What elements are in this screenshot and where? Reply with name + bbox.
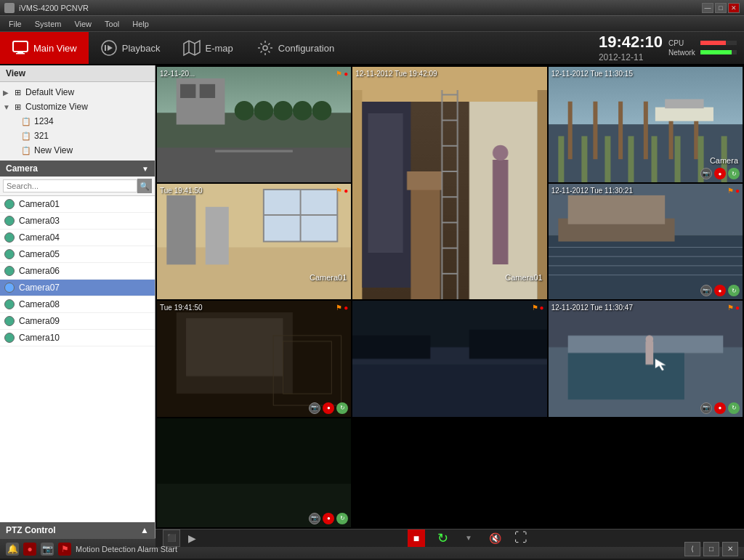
status-btn-3[interactable]: ✕ (722, 542, 738, 556)
network-label: Network (668, 49, 698, 57)
snapshot-btn-8[interactable]: 📷 (700, 402, 712, 414)
menu-tool[interactable]: Tool (99, 18, 125, 30)
alert-icons-7: ⚑ ● (532, 304, 544, 312)
tree-customize-view[interactable]: ▼ ⊞ Customize View (0, 100, 155, 114)
video-cell-7[interactable]: ⚑ ● (352, 301, 546, 416)
minimize-button[interactable]: — (702, 3, 713, 13)
snapshot-btn-4[interactable]: 📷 (700, 285, 712, 296)
record-btn-6[interactable]: ● (323, 402, 334, 414)
camera-item-10[interactable]: Camera10 (0, 330, 155, 346)
video-cell-3[interactable]: Tue 19:41:50 ⚑ ● Camera01 (157, 184, 351, 299)
record-btn-4[interactable]: ● (714, 285, 726, 296)
record-btn-9[interactable]: ● (323, 513, 334, 524)
snapshot-btn-9[interactable]: 📷 (309, 513, 320, 524)
snapshot-btn-2[interactable]: 📷 (700, 168, 712, 179)
nav-emap[interactable]: E-map (171, 32, 244, 64)
camera-status-06 (4, 266, 15, 276)
record-btn-8[interactable]: ● (714, 402, 726, 414)
map-icon (183, 39, 201, 57)
alert-8: ● (344, 304, 348, 312)
camera-item-07[interactable]: Camera07 (0, 280, 155, 296)
net-row: Network (668, 49, 737, 57)
video-cell-6[interactable]: Tue 19:41:50 ⚑ ● 📷 ● ↻ (157, 301, 351, 416)
nav-playback[interactable]: Playback (89, 32, 172, 64)
snapshot-btn-6[interactable]: 📷 (309, 402, 320, 414)
play-btn-8[interactable]: ↻ (728, 402, 740, 414)
status-alarm-icon: 🔔 (6, 543, 19, 556)
menu-view[interactable]: View (68, 18, 97, 30)
alert-3: ⚑ (336, 187, 342, 195)
title-bar: iVMS-4200 PCNVR — □ ✕ (0, 0, 744, 16)
camera-item-05[interactable]: Camera05 (0, 246, 155, 263)
video-cell-9[interactable]: 📷 ● ↻ (157, 418, 351, 527)
video-controls-4[interactable]: 📷 ● ↻ (700, 285, 740, 296)
alert-9: ⚑ (532, 304, 538, 312)
video-canvas-6 (157, 301, 351, 416)
alert-5: ⚑ (727, 187, 734, 195)
doc-icon-3: 📋 (20, 145, 32, 156)
video-cell-8[interactable]: 12-11-2012 Tue 11:30:47 ⚑ ● 📷 ● ↻ (549, 301, 743, 416)
camera-item-01[interactable]: Camera01 (0, 196, 155, 213)
view-1234-label: 1234 (34, 116, 54, 126)
svg-marker-6 (184, 41, 200, 55)
menu-file[interactable]: File (3, 18, 28, 30)
status-btn-2[interactable]: □ (703, 542, 719, 556)
window-controls[interactable]: — □ ✕ (702, 3, 740, 13)
tree-default-view[interactable]: ▶ ⊞ Default View (0, 85, 155, 100)
camera-label-10: Camera10 (19, 333, 60, 343)
video-controls-8[interactable]: 📷 ● ↻ (700, 402, 740, 414)
alert-icons-6: ⚑ ● (336, 304, 348, 312)
tree-view-321[interactable]: 📋 321 (0, 129, 155, 143)
alert-2: ● (344, 70, 348, 78)
tree-arrow-default: ▶ (3, 89, 12, 97)
search-input[interactable] (3, 179, 137, 192)
video-cell-4[interactable]: 12-11-2012 Tue 11:30:21 ⚑ ● 📷 ● ↻ (549, 184, 743, 299)
alert-icons-3: ⚑ ● (336, 187, 348, 195)
camera-item-04[interactable]: Camera04 (0, 230, 155, 246)
video-cell-2[interactable]: 12-11-2012 Tue 11:30:15 Camera 📷 ● ↻ (549, 67, 743, 182)
ptz-header[interactable]: PTZ Control ▲ (0, 522, 155, 538)
tree-new-view[interactable]: 📋 New View (0, 143, 155, 158)
video-canvas-3 (157, 184, 351, 299)
play-btn-9[interactable]: ↻ (336, 513, 348, 524)
play-btn-4[interactable]: ↻ (728, 285, 740, 296)
camera-header-label: Camera (6, 163, 38, 174)
camera-status-07 (4, 283, 15, 293)
sidebar: View ▶ ⊞ Default View ▼ ⊞ Customize View… (0, 65, 155, 538)
tree-view-1234[interactable]: 📋 1234 (0, 114, 155, 129)
alert-11: ⚑ (727, 304, 734, 312)
camera-item-08[interactable]: Camera08 (0, 296, 155, 313)
camera-item-03[interactable]: Camera03 (0, 213, 155, 230)
play-btn-2[interactable]: ↻ (728, 168, 740, 179)
play-btn-6[interactable]: ↻ (336, 402, 348, 414)
video-controls-2[interactable]: 📷 ● ↻ (700, 168, 740, 179)
alert-12: ● (735, 304, 740, 312)
app-title: iVMS-4200 PCNVR (19, 4, 89, 12)
status-camera-icon: 📷 (41, 543, 54, 556)
camera-item-06[interactable]: Camera06 (0, 263, 155, 280)
video-cell-5[interactable]: 12-11-2012 Tue 19:42:09 Camera01 (352, 67, 546, 299)
alert-1: ⚑ (336, 70, 342, 78)
video-cell-1[interactable]: 12-11-20... ⚑ ● (157, 67, 351, 182)
clock-date: 2012-12-11 (599, 52, 663, 64)
camera-item-09[interactable]: Camera09 (0, 313, 155, 330)
camera-label-06: Camera06 (19, 266, 60, 276)
record-btn-2[interactable]: ● (714, 168, 726, 179)
video-controls-6[interactable]: 📷 ● ↻ (309, 402, 348, 414)
camera-status-03 (4, 216, 15, 226)
menu-system[interactable]: System (29, 18, 68, 30)
close-button[interactable]: ✕ (728, 3, 740, 13)
video-controls-9[interactable]: 📷 ● ↻ (309, 513, 348, 524)
status-btn-1[interactable]: ⟨ (684, 542, 700, 556)
clock-display: 19:42:10 2012-12-11 (599, 33, 663, 64)
search-button[interactable]: 🔍 (137, 179, 152, 193)
clock-area: 19:42:10 2012-12-11 CPU Network (599, 33, 744, 64)
cpu-row: CPU (668, 39, 737, 47)
app-icon (4, 3, 15, 13)
maximize-button[interactable]: □ (715, 3, 727, 13)
new-view-label: New View (34, 145, 73, 155)
camera-header[interactable]: Camera ▼ (0, 161, 155, 176)
menu-help[interactable]: Help (126, 18, 155, 30)
nav-main-view[interactable]: Main View (0, 32, 89, 64)
nav-config[interactable]: Configuration (245, 32, 346, 64)
